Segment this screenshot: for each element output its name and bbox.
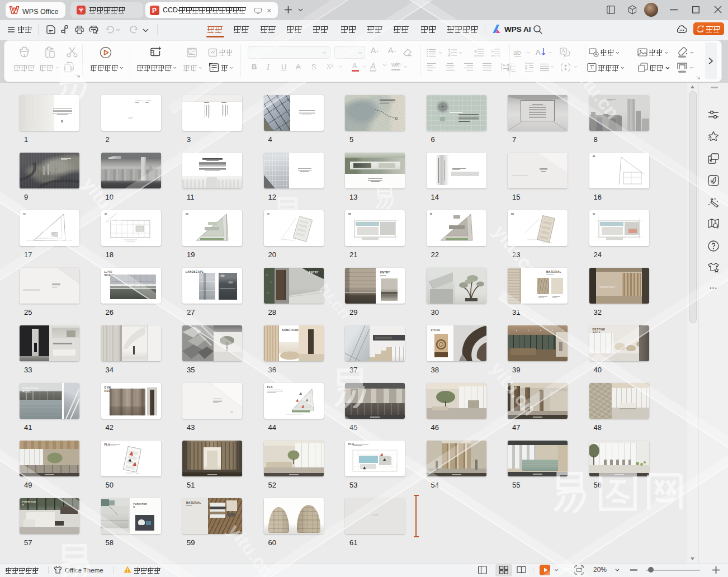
svg-text:ab: ab xyxy=(513,49,521,56)
svg-text:A: A xyxy=(536,48,541,56)
